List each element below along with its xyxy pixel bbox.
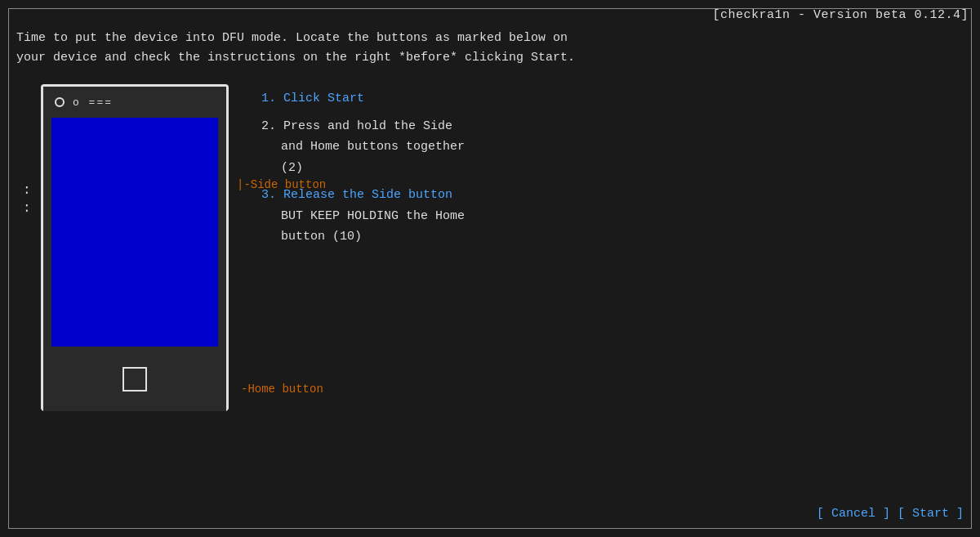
main-section: o === : : |-Side button -Home button 1. … [16,84,964,411]
instruction-step2: 2. Press and hold the Side and Home butt… [261,116,964,179]
step1-text: 1. Click Start [261,92,364,105]
home-button-square [122,367,147,392]
side-button-dots: : : [23,184,31,216]
instructions-panel: 1. Click Start 2. Press and hold the Sid… [261,84,964,254]
phone-bottom [43,347,226,411]
phone-screen [51,118,218,347]
content-area: Time to put the device into DFU mode. Lo… [16,29,964,521]
instruction-step1: 1. Click Start [261,88,964,110]
step2-line1: 2. Press and hold the Side [261,119,452,133]
description-line2: your device and check the instructions o… [16,48,964,68]
step3-line2: BUT KEEP HOLDING the Home [261,209,465,223]
step2-line3: (2) [261,161,303,175]
description-line1: Time to put the device into DFU mode. Lo… [16,29,964,48]
instruction-step3: 3. Release the Side button BUT KEEP HOLD… [261,185,964,248]
phone-camera [55,97,65,107]
window-title: [checkra1n - Version beta 0.12.4] [712,8,969,22]
phone-frame: o === [41,84,229,411]
bottom-bar: [ Cancel ] [ Start ] [817,507,964,521]
button-separator [890,507,898,521]
cancel-button[interactable]: [ Cancel ] [817,507,890,521]
phone-top-icons: o === [73,96,113,109]
phone-top-bar: o === [43,87,226,118]
description-text: Time to put the device into DFU mode. Lo… [16,29,964,68]
phone-diagram: o === : : |-Side button -Home button [41,84,229,411]
step3-line3: button (10) [261,230,362,244]
side-button-label: |-Side button [237,178,326,191]
step2-line2: and Home buttons together [261,140,465,154]
title-bar: [checkra1n - Version beta 0.12.4] [8,8,972,22]
start-button[interactable]: [ Start ] [898,507,964,521]
home-button-label: -Home button [241,383,323,396]
